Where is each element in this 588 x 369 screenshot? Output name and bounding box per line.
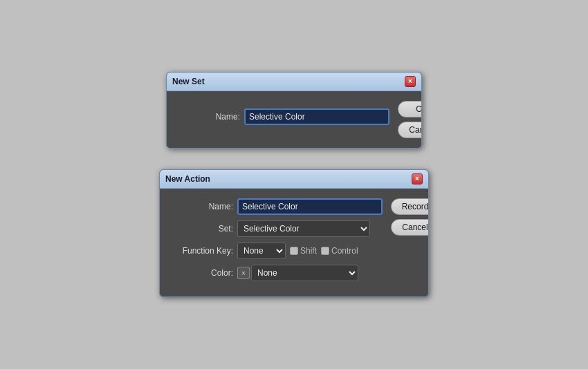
new-action-name-row: Name: [171,198,383,215]
new-action-set-row: Set: Selective Color [171,220,383,237]
new-action-fields: Name: Set: Selective Color Function Key:… [171,198,383,287]
new-set-ok-button[interactable]: OK [398,101,422,117]
new-action-shift-label[interactable]: Shift [290,246,317,256]
new-action-set-select[interactable]: Selective Color [237,220,370,237]
new-set-fields: Name: [178,108,389,131]
new-action-shift-checkbox[interactable] [290,247,298,255]
new-set-cancel-button[interactable]: Cancel [398,122,422,138]
new-action-record-button[interactable]: Record [391,198,429,215]
new-action-control-label[interactable]: Control [321,246,358,256]
new-set-dialog: New Set × Name: OK Cancel [166,72,422,149]
new-action-titlebar: New Action × [160,170,428,189]
new-action-color-x: × [237,267,250,279]
new-action-color-inner: × None RedOrangeYellow GreenBlueVioletGr… [237,265,358,281]
new-set-actions: OK Cancel [398,101,422,138]
new-action-title: New Action [165,174,210,184]
new-set-name-input[interactable] [244,108,389,125]
new-set-body: Name: OK Cancel [167,91,421,148]
new-set-close-button[interactable]: × [405,76,416,87]
new-action-color-label: Color: [171,268,233,278]
new-set-titlebar: New Set × [167,73,421,91]
new-action-control-text: Control [331,246,358,256]
new-action-body: Name: Set: Selective Color Function Key:… [160,189,428,296]
new-action-function-key-label: Function Key: [171,246,233,256]
new-action-shift-text: Shift [300,246,317,256]
new-action-color-select[interactable]: None RedOrangeYellow GreenBlueVioletGray [251,265,358,281]
new-action-color-row: Color: × None RedOrangeYellow GreenBlueV… [171,265,383,281]
new-action-function-key-row: Function Key: None F1F2F3 F4F5F6 Shift C… [171,243,383,259]
new-action-name-label: Name: [171,202,233,211]
new-set-title: New Set [172,77,205,86]
new-action-function-key-select[interactable]: None F1F2F3 F4F5F6 [237,243,286,259]
new-action-name-input[interactable] [237,198,383,215]
new-action-cancel-button[interactable]: Cancel [391,219,429,236]
new-set-name-label: Name: [178,112,240,122]
new-action-dialog: New Action × Name: Set: Selective Color … [159,169,429,297]
new-action-control-checkbox[interactable] [321,247,329,255]
new-action-set-label: Set: [171,224,233,234]
new-set-name-row: Name: [178,108,389,125]
new-action-actions: Record Cancel [391,198,429,236]
new-action-close-button[interactable]: × [412,173,423,184]
